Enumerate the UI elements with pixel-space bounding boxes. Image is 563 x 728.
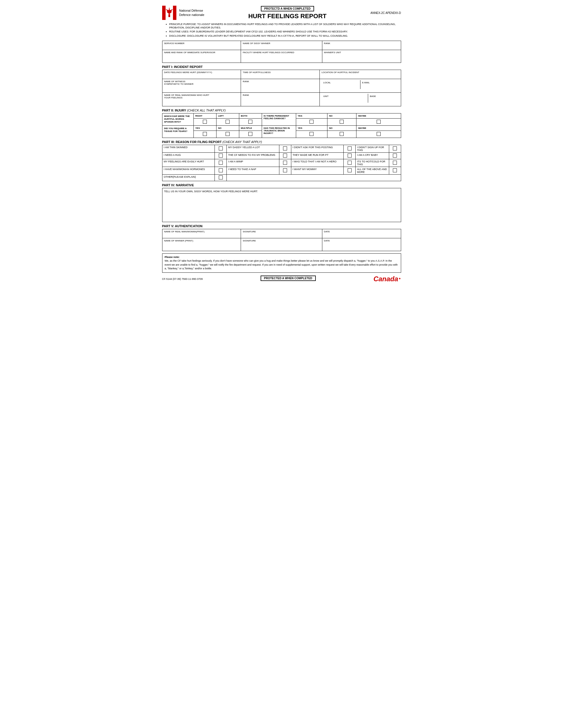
multiple-checkbox[interactable] — [248, 132, 252, 136]
left-checkbox-cell[interactable] — [216, 118, 239, 125]
yes-perm-checkbox-cell[interactable] — [296, 118, 327, 125]
maybe2-checkbox-cell[interactable] — [357, 131, 401, 138]
other-explain-space[interactable] — [227, 174, 401, 181]
narrative-box[interactable]: TELL US IN YOUR OWN, SISSY WORDS, HOW YO… — [162, 188, 401, 222]
auth-date2-cell[interactable]: DATE — [322, 238, 401, 251]
reason-16-checkbox-cell[interactable] — [389, 167, 401, 174]
reason-13-checkbox[interactable] — [219, 168, 223, 172]
no3-checkbox[interactable] — [340, 132, 344, 136]
unit2-cell[interactable]: UNIT — [322, 94, 368, 103]
service-number-cell[interactable]: SERVICE NUMBER — [162, 41, 241, 50]
multiple-checkbox-cell[interactable] — [239, 131, 262, 138]
supervisor-cell[interactable]: NAME AND RANK OF IMMEDIATE SUPERVISOR — [162, 50, 241, 63]
base-cell[interactable]: BASE — [368, 94, 399, 103]
real-man-rank-cell[interactable]: RANK — [241, 92, 320, 106]
reason-10-checkbox[interactable] — [283, 161, 287, 165]
reason-1-checkbox[interactable] — [219, 146, 223, 150]
reason-6-checkbox-cell[interactable] — [279, 152, 291, 159]
reason-9-checkbox[interactable] — [219, 161, 223, 165]
sissy-whiner-cell[interactable]: NAME OF SISSY WHINER — [241, 41, 322, 50]
auth-date-cell[interactable]: DATE — [322, 229, 401, 238]
part1-table: DATE FEELINGS WERE HURT (DD/MMYYYY) TIME… — [162, 70, 401, 106]
date-feelings-cell[interactable]: DATE FEELINGS WERE HURT (DD/MMYYYY) — [162, 70, 241, 79]
rank-cell[interactable]: RANK — [322, 41, 401, 50]
reason-5-cell: I NEED A HUG — [162, 152, 215, 159]
reason-3-checkbox[interactable] — [348, 146, 352, 150]
multiple-label-cell: MULTIPLE — [239, 125, 262, 131]
reason-7-checkbox-cell[interactable] — [344, 152, 356, 159]
reason-1-checkbox-cell[interactable] — [215, 145, 227, 152]
reason-13-checkbox-cell[interactable] — [215, 167, 227, 174]
traumatic-label-cell: HAS THIS RESULTED IN TRAUMATIC BRAIN INJ… — [262, 125, 296, 138]
auth-whiner-name-cell[interactable]: NAME OF WHINER (PRINT) — [162, 238, 241, 251]
part5-table: NAME OF REAL MAN/WOMAN(PRINT) SIGNATURE … — [162, 229, 401, 251]
reason-5-checkbox[interactable] — [219, 154, 223, 158]
tissue-label-cell: DID YOU REQUIRE A TISSUE FOR TEARS? — [162, 125, 193, 138]
form-number: CF-5144 (07-39) 7560-11-990-3709 — [162, 278, 203, 280]
right-checkbox-cell[interactable] — [193, 118, 216, 125]
reason-2-checkbox-cell[interactable] — [279, 145, 291, 152]
page-header: National Défense Defence nationale PROTE… — [162, 6, 401, 20]
right-label-cell: RIGHT — [193, 113, 216, 118]
reason-2-checkbox[interactable] — [283, 146, 287, 150]
reason-4-checkbox[interactable] — [393, 146, 397, 150]
reason-16-checkbox[interactable] — [393, 168, 397, 172]
both-checkbox[interactable] — [248, 120, 252, 124]
reason-11-cell: I WAS TOLD THAT I AM NOT A HERO — [291, 159, 344, 167]
maybe2-checkbox[interactable] — [377, 132, 381, 136]
reason-other-checkbox-cell[interactable] — [215, 174, 227, 181]
no2-checkbox-cell[interactable] — [216, 131, 239, 138]
reason-other-checkbox[interactable] — [219, 175, 223, 179]
reason-8-checkbox-cell[interactable] — [389, 152, 401, 159]
reason-14-checkbox-cell[interactable] — [279, 167, 291, 174]
reason-4-cell: I DIDN'T SIGN UP FOR THIS — [356, 145, 389, 152]
no-perm-checkbox-cell[interactable] — [327, 118, 357, 125]
witness-rank-cell[interactable]: RANK — [241, 79, 320, 92]
reason-6-checkbox[interactable] — [283, 154, 287, 158]
maybe-perm-checkbox[interactable] — [377, 120, 381, 124]
yes2-checkbox-cell[interactable] — [193, 131, 216, 138]
yes3-label-cell: YES — [296, 125, 327, 131]
reason-14-checkbox[interactable] — [283, 168, 287, 172]
reason-4-checkbox-cell[interactable] — [389, 145, 401, 152]
local-cell[interactable]: LOCAL — [322, 80, 360, 89]
yes3-checkbox-cell[interactable] — [296, 131, 327, 138]
reason-9-checkbox-cell[interactable] — [215, 159, 227, 167]
reason-11-checkbox[interactable] — [348, 161, 352, 165]
no3-checkbox-cell[interactable] — [327, 131, 357, 138]
real-man-cell[interactable]: NAME OF REAL MAN/WOMAN WHO HURTYOUR FEEL… — [162, 92, 241, 106]
email-cell[interactable]: E-MAIL — [360, 80, 399, 89]
yes2-checkbox[interactable] — [203, 132, 207, 136]
no-perm-checkbox[interactable] — [340, 120, 344, 124]
auth-signature-cell[interactable]: SIGNATURE — [241, 229, 322, 238]
bullet-3: DISCLOSURE: DISCLOSURE IS VOLUNTARY BUT … — [169, 34, 401, 38]
unit-cell[interactable]: WHINER'S UNIT — [322, 50, 401, 63]
facility-cell[interactable]: FACILITY WHERE HURT FEELINGS OCCURRED — [241, 50, 322, 63]
bullet-2: ROUTINE USES: FOR SUBORDINATE LEADER DEV… — [169, 30, 401, 34]
reason-5-checkbox-cell[interactable] — [215, 152, 227, 159]
auth-real-man-name-cell[interactable]: NAME OF REAL MAN/WOMAN(PRINT) — [162, 229, 241, 238]
real-man-unit-base-cell: UNIT BASE — [320, 92, 401, 106]
which-ear-label-cell: WHICH EAR WERE THE HURTFUL WORDS SPOKEN … — [162, 113, 193, 125]
maybe-perm-checkbox-cell[interactable] — [357, 118, 401, 125]
yes3-checkbox[interactable] — [310, 132, 314, 136]
reason-15-checkbox-cell[interactable] — [344, 167, 356, 174]
reason-15-checkbox[interactable] — [348, 168, 352, 172]
reason-10-checkbox-cell[interactable] — [279, 159, 291, 167]
reason-12-checkbox-cell[interactable] — [389, 159, 401, 167]
witness-cell[interactable]: NAME OF WITNESSSYMPATHETIC TO WHINER — [162, 79, 241, 92]
reason-12-checkbox[interactable] — [393, 161, 397, 165]
yes-perm-checkbox[interactable] — [310, 120, 314, 124]
location-incident-cell[interactable]: LOCATION OF HURTFUL INCIDENT — [320, 70, 401, 79]
reason-11-checkbox-cell[interactable] — [344, 159, 356, 167]
both-checkbox-cell[interactable] — [239, 118, 262, 125]
reason-3-checkbox-cell[interactable] — [344, 145, 356, 152]
left-checkbox[interactable] — [225, 120, 229, 124]
reason-8-checkbox[interactable] — [393, 154, 397, 158]
no2-checkbox[interactable] — [225, 132, 229, 136]
auth-signature2-cell[interactable]: SIGNATURE — [241, 238, 322, 251]
reason-2-cell: MY DADDY YELLED A LOT — [227, 145, 279, 152]
time-hurtfulness-cell[interactable]: TIME OF HURTFULLNESS — [241, 70, 320, 79]
reason-7-checkbox[interactable] — [348, 154, 352, 158]
right-checkbox[interactable] — [203, 120, 207, 124]
